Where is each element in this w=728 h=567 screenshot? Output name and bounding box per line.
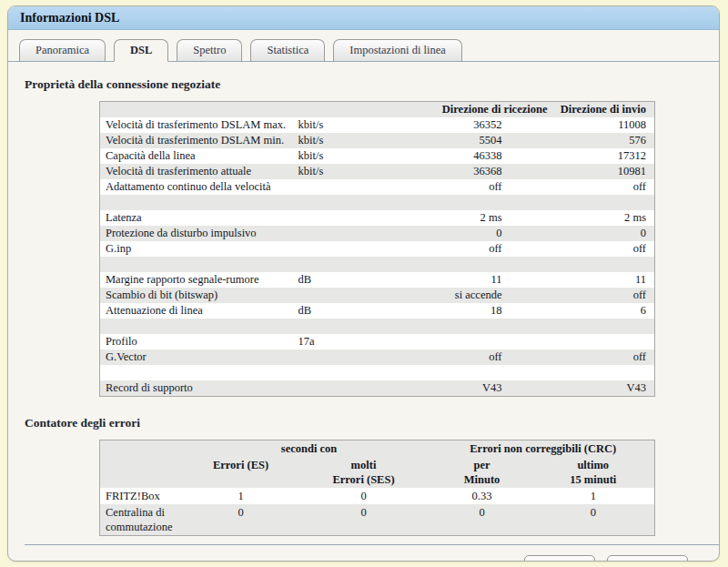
table-row: Capacità della lineakbit/s4633817312 (100, 148, 655, 164)
row-unit: 17a (293, 334, 388, 349)
spacer-row (100, 195, 655, 210)
rx-value: V43 (388, 380, 554, 397)
content-area: Proprietà della connessione negoziate Di… (8, 62, 719, 562)
rx-value: 5504 (388, 133, 554, 148)
row-unit (293, 226, 388, 241)
per-minute-value: 0 (432, 504, 532, 536)
header-empty (100, 440, 187, 458)
row-unit (293, 210, 388, 226)
help-button[interactable]: Guida (607, 555, 688, 562)
spacer-row (100, 319, 655, 334)
table-row: Record di supportoV43V43 (100, 380, 655, 397)
table-row: Centralina di commutazione 0 0 0 0 (100, 504, 655, 536)
table-row: Velocità di trasferimento attualekbit/s3… (100, 164, 655, 179)
row-unit: kbit/s (293, 133, 388, 148)
rx-value: off (388, 349, 554, 365)
table-row: Protezione da disturbo impulsivo00 (100, 226, 655, 241)
tx-value: 10981 (554, 164, 655, 179)
header-empty (293, 102, 388, 118)
section-heading-connection: Proprietà della connessione negoziate (25, 77, 719, 92)
rx-value: 0 (388, 226, 554, 241)
page-title: Informazioni DSL (20, 11, 119, 25)
error-group-header-row: secondi con Errori non correggibili (CRC… (100, 440, 655, 458)
error-column-header-row: Errori (ES) molti Errori (SES) per Minut… (100, 457, 655, 488)
tx-value: off (554, 241, 655, 257)
rx-value: 46338 (388, 148, 554, 164)
ses-value: 0 (296, 504, 432, 536)
tx-value: off (554, 179, 655, 195)
row-unit: dB (293, 272, 388, 288)
row-label: Attenuazione di linea (100, 303, 293, 319)
window-titlebar: Informazioni DSL (8, 6, 719, 30)
tx-value: 0 (554, 226, 655, 241)
rx-value: 36352 (388, 117, 554, 133)
tab-bar: Panoramica DSL Spettro Statistica Impost… (8, 30, 719, 62)
row-unit: kbit/s (293, 148, 388, 164)
table-row: Scambio di bit (bitswap)si accendeoff (100, 288, 655, 303)
header-per-minute: per Minuto (432, 457, 532, 488)
spacer-row (100, 257, 655, 272)
row-unit (293, 349, 388, 365)
header-empty (100, 457, 187, 488)
row-unit (293, 179, 388, 195)
row-label: Margine rapporto segnale-rumore (100, 272, 293, 288)
table-row: Velocità di trasferimento DSLAM min.kbit… (100, 133, 655, 148)
tx-value: 11 (554, 272, 655, 288)
tab-statistica[interactable]: Statistica (250, 39, 325, 62)
rx-value: 2 ms (388, 210, 554, 226)
row-unit (293, 380, 388, 397)
table-row: G.inpoffoff (100, 241, 655, 257)
header-direction-tx: Direzione di invio (554, 102, 655, 118)
table-row: Adattamento continuo della velocitàoffof… (100, 179, 655, 195)
last-15-min-value: 0 (532, 504, 655, 536)
table-row: Latenza2 ms2 ms (100, 210, 655, 226)
es-value: 0 (187, 504, 296, 536)
tx-value: 2 ms (554, 210, 655, 226)
row-label: Velocità di trasferimento attuale (100, 164, 293, 179)
row-label: Scambio di bit (bitswap) (100, 288, 293, 303)
tab-label: Spettro (193, 44, 226, 56)
table-row: Margine rapporto segnale-rumoredB1111 (100, 272, 655, 288)
rx-value: off (388, 179, 554, 195)
error-counter-table: secondi con Errori non correggibili (CRC… (99, 440, 655, 536)
table-row: Attenuazione di lineadB186 (100, 303, 655, 319)
footer-bar: Aggiorna Guida (25, 544, 719, 562)
row-unit: kbit/s (293, 117, 388, 133)
tab-panoramica[interactable]: Panoramica (19, 39, 106, 62)
table-row: Profilo17a (100, 334, 655, 349)
header-errors-ses: molti Errori (SES) (296, 457, 432, 488)
rx-value: 18 (388, 303, 554, 319)
ses-value: 0 (296, 488, 432, 504)
tab-label: DSL (130, 44, 152, 56)
rx-value: off (388, 241, 554, 257)
tab-impostazioni-di-linea[interactable]: Impostazioni di linea (333, 39, 462, 62)
rx-value: 36368 (388, 164, 554, 179)
table-header-row: Direzione di ricezione Direzione di invi… (100, 102, 655, 118)
rx-value: 11 (388, 272, 554, 288)
tx-value: off (554, 288, 655, 303)
tab-spettro[interactable]: Spettro (177, 39, 242, 62)
table-row: Velocità di trasferimento DSLAM max.kbit… (100, 117, 655, 133)
tx-value: off (554, 349, 655, 365)
row-label: Centralina di commutazione (100, 504, 187, 536)
tx-value (554, 334, 655, 349)
row-label: G.Vector (100, 349, 293, 365)
row-label: Adattamento continuo della velocità (100, 179, 293, 195)
connection-properties-table: Direzione di ricezione Direzione di invi… (99, 101, 655, 397)
refresh-button[interactable]: Aggiorna (524, 555, 595, 562)
per-minute-value: 0.33 (432, 488, 532, 504)
header-last-15-min: ultimo 15 minuti (532, 457, 655, 488)
row-label: Velocità di trasferimento DSLAM min. (100, 133, 293, 148)
es-value: 1 (187, 488, 296, 504)
tx-value: 17312 (554, 148, 655, 164)
row-unit (293, 288, 388, 303)
header-errors-es: Errori (ES) (187, 457, 296, 488)
tx-value: 576 (554, 133, 655, 148)
row-label: FRITZ!Box (100, 488, 187, 504)
tx-value: 6 (554, 303, 655, 319)
section-heading-errors: Contatore degli errori (25, 416, 719, 430)
tab-dsl[interactable]: DSL (114, 39, 168, 62)
tx-value: 11008 (554, 117, 655, 133)
tab-label: Statistica (267, 44, 308, 56)
row-label: G.inp (100, 241, 293, 257)
